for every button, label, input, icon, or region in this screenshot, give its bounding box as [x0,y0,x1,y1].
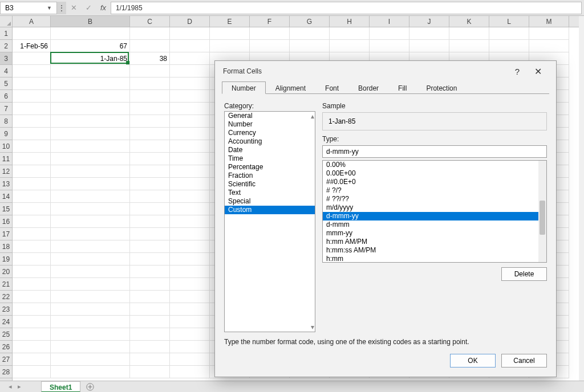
cell-B27[interactable] [51,353,130,366]
cancel-button[interactable]: Cancel [501,354,547,368]
cell-D27[interactable] [170,353,210,366]
row-header-15[interactable]: 15 [0,203,12,215]
column-header-L[interactable]: L [489,16,529,27]
cell-C19[interactable] [130,253,170,266]
cell-B23[interactable] [51,303,130,316]
cell-A17[interactable] [13,228,51,240]
cell-B25[interactable] [51,328,130,341]
cell-A27[interactable] [13,353,51,366]
cell-F1[interactable] [250,27,290,40]
cell-C20[interactable] [130,266,170,278]
cell-C10[interactable] [130,140,170,153]
cell-D28[interactable] [170,366,210,378]
cell-F2[interactable] [250,40,290,52]
row-header-11[interactable]: 11 [0,153,12,165]
cell-D8[interactable] [170,115,210,128]
column-header-E[interactable]: E [210,16,250,27]
type-item[interactable]: h:mm:ss AM/PM [323,246,546,255]
cell-A11[interactable] [13,153,51,165]
cell-B28[interactable] [51,366,130,378]
cell-A4[interactable] [13,65,51,77]
cell-C3[interactable]: 38 [130,52,170,65]
cell-B24[interactable] [51,316,130,328]
category-item-number[interactable]: Number [225,120,315,129]
row-header-21[interactable]: 21 [0,278,12,291]
column-header-D[interactable]: D [170,16,210,27]
cell-A20[interactable] [13,266,51,278]
cell-C4[interactable] [130,65,170,77]
cell-D9[interactable] [170,128,210,140]
chevron-down-icon[interactable]: ▼ [47,5,52,11]
resize-handle-icon[interactable]: ⋮ [57,2,66,14]
category-item-special[interactable]: Special [225,197,315,206]
cell-M2[interactable] [529,40,569,52]
cell-D12[interactable] [170,165,210,178]
column-header-C[interactable]: C [130,16,170,27]
type-item[interactable]: # ??/?? [323,195,546,203]
close-icon[interactable]: ✕ [528,66,548,77]
formula-input[interactable]: 1/1/1985 [111,2,582,14]
cell-D2[interactable] [170,40,210,52]
cell-D5[interactable] [170,77,210,90]
cell-A21[interactable] [13,278,51,291]
row-header-2[interactable]: 2 [0,40,12,52]
ok-button[interactable]: OK [450,354,496,368]
cell-A1[interactable] [13,27,51,40]
cell-D16[interactable] [170,215,210,228]
cell-A28[interactable] [13,366,51,378]
row-header-26[interactable]: 26 [0,341,12,353]
cell-A7[interactable] [13,103,51,115]
cell-A5[interactable] [13,77,51,90]
cell-C2[interactable] [130,40,170,52]
scrollbar-thumb[interactable] [540,201,545,235]
accept-formula-icon[interactable]: ✓ [81,2,96,14]
type-item[interactable]: d-mmm-yy [323,212,546,220]
column-header-A[interactable]: A [13,16,51,27]
dialog-titlebar[interactable]: Format Cells ? ✕ [215,61,556,81]
cell-H1[interactable] [330,27,370,40]
tab-number[interactable]: Number [222,81,266,94]
type-item[interactable]: 0.00% [323,161,546,169]
cell-G1[interactable] [290,27,330,40]
cell-M1[interactable] [529,27,569,40]
tab-nav-next-icon[interactable]: ▸ [15,383,24,390]
row-header-17[interactable]: 17 [0,228,12,240]
cell-E1[interactable] [210,27,250,40]
row-header-19[interactable]: 19 [0,253,12,266]
row-header-14[interactable]: 14 [0,190,12,203]
cell-C11[interactable] [130,153,170,165]
cell-C14[interactable] [130,190,170,203]
column-header-F[interactable]: F [250,16,290,27]
cell-C15[interactable] [130,203,170,215]
cell-L2[interactable] [489,40,529,52]
cell-D11[interactable] [170,153,210,165]
cell-A18[interactable] [13,240,51,253]
row-header-28[interactable]: 28 [0,366,12,378]
cell-D1[interactable] [170,27,210,40]
cell-C8[interactable] [130,115,170,128]
cell-C13[interactable] [130,178,170,190]
category-item-custom[interactable]: Custom [225,206,315,214]
cell-B13[interactable] [51,178,130,190]
row-header-9[interactable]: 9 [0,128,12,140]
cell-A26[interactable] [13,341,51,353]
column-header-H[interactable]: H [330,16,370,27]
cell-B4[interactable] [51,65,130,77]
cell-C23[interactable] [130,303,170,316]
cell-B22[interactable] [51,291,130,303]
column-header-J[interactable]: J [409,16,449,27]
cell-C21[interactable] [130,278,170,291]
tab-fill[interactable]: Fill [388,81,416,94]
cell-C1[interactable] [130,27,170,40]
row-header-13[interactable]: 13 [0,178,12,190]
row-header-16[interactable]: 16 [0,215,12,228]
cell-C9[interactable] [130,128,170,140]
cell-K2[interactable] [449,40,489,52]
add-sheet-button[interactable] [84,381,96,393]
cell-C28[interactable] [130,366,170,378]
cell-A15[interactable] [13,203,51,215]
vertical-scrollbar[interactable] [579,16,584,381]
cell-E2[interactable] [210,40,250,52]
cell-B16[interactable] [51,215,130,228]
cell-A22[interactable] [13,291,51,303]
